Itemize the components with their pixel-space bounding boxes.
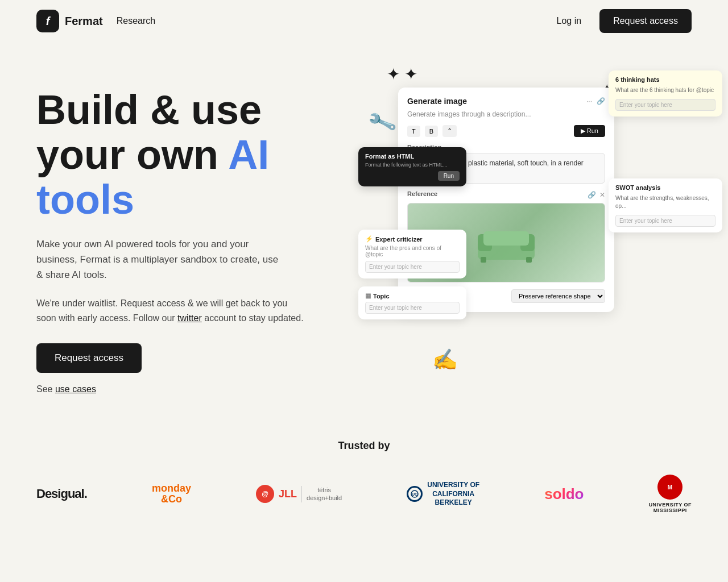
navbar: f Fermat Research Log in Request access [0, 0, 728, 42]
navbar-left: f Fermat Research [36, 10, 155, 32]
format-run-button[interactable]: Run [438, 171, 460, 181]
svg-rect-4 [481, 257, 486, 263]
card-icons: ··· 🔗 [586, 97, 605, 105]
logo-mississippi: M UNIVERSITY OFMISSISSIPPI [649, 475, 692, 513]
toolbar-t-button[interactable]: T [407, 126, 420, 137]
navbar-right: Log in Request access [548, 9, 692, 33]
reference-actions: 🔗 ✕ [588, 191, 605, 199]
expert-card: ⚡ Expert criticizer What are the pros an… [358, 230, 466, 278]
logo-desigual: Desigual. [36, 487, 87, 501]
use-cases-link[interactable]: use cases [55, 384, 96, 394]
hero-use-cases-text: See use cases [36, 384, 332, 394]
tetris-text: tétrisdesign+build [301, 486, 342, 502]
trusted-label: Trusted by [36, 440, 692, 452]
brand-name: Fermat [65, 15, 103, 28]
svg-rect-3 [483, 231, 529, 246]
hand-icon-decoration: ✍️ [432, 348, 458, 372]
swot-card: SWOT analysis What are the strengths, we… [609, 178, 722, 232]
logo-monday: monday &Co [152, 483, 191, 506]
login-button[interactable]: Log in [548, 11, 591, 31]
more-icon[interactable]: ··· [586, 97, 592, 105]
stars-decoration-1: ✦ ✦ [387, 65, 417, 84]
card-toolbar: T B ⌃ ▶ Run [407, 125, 605, 137]
logo-berkeley: UC UNIVERSITY OFCALIFORNIABERKELEY [407, 481, 479, 508]
logo-icon: f [36, 10, 59, 32]
thinking-input[interactable]: Enter your topic here [615, 99, 715, 111]
topic-card-title: ▦ Topic [365, 292, 460, 300]
hero-illustration: ✦ ✦ ✦ ✦ 🔧 ✍️ Format as HTML Format the f… [353, 65, 728, 383]
hero-subtitle: Make your own AI powered tools for you a… [36, 236, 287, 283]
expected-output-select[interactable]: Preserve reference shape [511, 289, 605, 303]
swot-input[interactable]: Enter your topic here [615, 215, 715, 227]
expert-card-input[interactable]: Enter your topic here [365, 261, 460, 273]
topic-card-input[interactable]: Enter your topic here [365, 302, 460, 314]
svg-rect-5 [526, 257, 532, 263]
link-icon[interactable]: 🔗 [597, 97, 605, 105]
trusted-section: Trusted by Desigual. monday &Co @ JLL té… [0, 417, 728, 547]
logos-row: Desigual. monday &Co @ JLL tétrisdesign+… [36, 475, 692, 513]
logo-soldo: soldo [544, 485, 584, 503]
jll-logo-icon: @ [256, 485, 274, 503]
use-fermat-section: Use Fermat for ideation Fermat integrate… [0, 547, 728, 582]
request-access-button-hero[interactable]: Request access [36, 343, 142, 373]
logo-jll-tetris: @ JLL tétrisdesign+build [256, 485, 342, 503]
hero-waitlist-text: We're under waitlist. Request access & w… [36, 296, 309, 325]
toolbar-b-button[interactable]: B [425, 126, 438, 137]
svg-text:UC: UC [412, 492, 417, 496]
format-card: Format as HTML Format the following text… [358, 147, 466, 186]
link-ref-icon[interactable]: 🔗 [588, 191, 596, 199]
research-nav-link[interactable]: Research [117, 16, 155, 26]
request-access-button-nav[interactable]: Request access [599, 9, 692, 33]
topic-card: ▦ Topic Enter your topic here [358, 286, 466, 319]
twitter-link[interactable]: twitter [177, 313, 202, 323]
expert-card-title: ⚡ Expert criticizer [365, 235, 460, 243]
berkeley-icon: UC [407, 486, 423, 502]
toolbar-expand-button[interactable]: ⌃ [442, 125, 457, 137]
run-button[interactable]: ▶ Run [574, 125, 605, 137]
mississippi-icon: M [657, 475, 682, 500]
tool-icon-decoration: 🔧 [366, 107, 399, 138]
hero-section: Build & use your own AI tools Make your … [0, 42, 728, 417]
reference-header: Reference 🔗 ✕ [407, 190, 605, 199]
generate-card-header: Generate image ··· 🔗 [407, 97, 605, 106]
hero-title: Build & use your own AI tools [36, 88, 332, 223]
thinking-hats-card: 6 thinking hats What are the 6 thinking … [609, 70, 722, 117]
logo[interactable]: f Fermat [36, 10, 103, 32]
close-ref-icon[interactable]: ✕ [599, 191, 605, 199]
hero-content: Build & use your own AI tools Make your … [36, 76, 332, 394]
svg-text:M: M [668, 484, 672, 490]
sofa-svg [472, 220, 540, 265]
